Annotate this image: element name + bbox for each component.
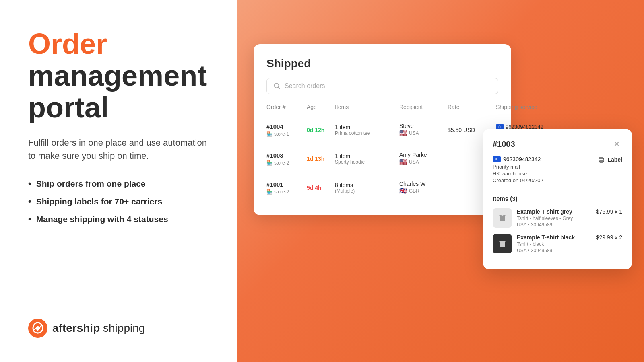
- store-icon: 🏪: [266, 189, 272, 195]
- age-cell: 5d 4h: [307, 184, 335, 191]
- items-section-title: Items (3): [493, 190, 622, 202]
- aftership-logo-icon: [28, 319, 47, 338]
- hero-title-line3: portal: [28, 91, 109, 123]
- items-cell: 8 items (Multiple): [335, 182, 399, 194]
- hero-description: Fulfill orders in one place and use auto…: [28, 136, 213, 162]
- flag-icon: 🇬🇧: [399, 187, 407, 195]
- search-icon: [273, 82, 281, 90]
- recipient-cell: Steve 🇺🇸 USA: [399, 123, 448, 137]
- store-icon: 🏪: [266, 160, 272, 166]
- left-content: Order management portal Fulfill orders i…: [28, 28, 213, 224]
- detail-panel: #1003 ✕ ✈ 962309482342 Priority mail HK …: [483, 129, 632, 269]
- items-cell: 1 item Sporty hoodie: [335, 153, 399, 165]
- detail-warehouse: HK warehouse: [493, 171, 546, 177]
- table-header: Order # Age Items Recipient Rate Shippin…: [266, 104, 498, 115]
- col-header-items: Items: [335, 104, 399, 110]
- svg-point-6: [603, 159, 604, 160]
- logo-area: aftership shipping: [28, 319, 213, 338]
- left-panel: Order management portal Fulfill orders i…: [0, 0, 237, 362]
- item-row: Example T-shirt grey Tshirt - half sleev…: [493, 208, 622, 228]
- hero-title: Order management portal: [28, 28, 213, 124]
- feature-item-3: Manage shipping with 4 statuses: [28, 214, 213, 224]
- col-header-shipping: Shipping service: [496, 104, 552, 110]
- order-id-cell: #1003 🏪 store-2: [266, 152, 307, 166]
- table-row[interactable]: #1004 🏪 store-1 0d 12h 1 item Prima cott…: [266, 115, 498, 144]
- age-cell: 0d 12h: [307, 126, 335, 134]
- items-cell: 1 item Prima cotton tee: [335, 124, 399, 136]
- age-cell: 1d 13h: [307, 155, 335, 162]
- hero-title-line1: Order: [28, 28, 107, 60]
- feature-list: Ship orders from one place Shipping labe…: [28, 179, 213, 224]
- svg-point-2: [275, 84, 279, 88]
- orders-card-title: Shipped: [266, 57, 498, 70]
- search-placeholder: Search orders: [285, 82, 325, 90]
- detail-created: Created on 04/20/2021: [493, 177, 546, 183]
- orders-table: Order # Age Items Recipient Rate Shippin…: [266, 104, 498, 202]
- close-button[interactable]: ✕: [611, 138, 622, 150]
- table-row[interactable]: #1001 🏪 store-2 5d 4h 8 items (Multiple)…: [266, 173, 498, 202]
- item-info: Example T-shirt black Tshirt - black USA…: [517, 234, 591, 253]
- detail-shipping-row: ✈ 962309482342 Priority mail HK warehous…: [493, 156, 622, 183]
- logo-text: aftership shipping: [52, 322, 145, 335]
- order-id-cell: #1004 🏪 store-1: [266, 123, 307, 137]
- carrier-icon: ✈: [493, 156, 501, 162]
- item-thumbnail-black: [493, 234, 512, 253]
- detail-tracking: ✈ 962309482342: [493, 156, 546, 162]
- item-thumbnail-grey: [493, 208, 512, 228]
- detail-mail-type: Priority mail: [493, 164, 546, 170]
- right-panel: Shipped Search orders Order # Age Items …: [237, 0, 644, 362]
- col-header-recipient: Recipient: [399, 104, 448, 110]
- detail-header: #1003 ✕: [493, 138, 622, 150]
- col-header-rate: Rate: [448, 104, 496, 110]
- detail-order-id: #1003: [493, 140, 515, 149]
- flag-icon: 🇺🇸: [399, 158, 407, 166]
- store-icon: 🏪: [266, 131, 272, 137]
- orders-card: Shipped Search orders Order # Age Items …: [254, 44, 511, 215]
- feature-item-1: Ship orders from one place: [28, 179, 213, 189]
- col-header-order: Order #: [266, 104, 307, 110]
- label-button[interactable]: Label: [598, 156, 622, 163]
- recipient-cell: Amy Parke 🇺🇸 USA: [399, 152, 448, 166]
- feature-item-2: Shipping labels for 70+ carriers: [28, 196, 213, 207]
- item-info: Example T-shirt grey Tshirt - half sleev…: [517, 208, 591, 228]
- recipient-cell: Charles W 🇬🇧 GBR: [399, 181, 448, 195]
- printer-icon: [598, 156, 605, 163]
- hero-title-line2: management: [28, 60, 207, 92]
- search-bar[interactable]: Search orders: [266, 78, 498, 94]
- table-row[interactable]: #1003 🏪 store-2 1d 13h 1 item Sporty hoo…: [266, 144, 498, 173]
- col-header-age: Age: [307, 104, 335, 110]
- flag-icon: 🇺🇸: [399, 129, 407, 137]
- order-id-cell: #1001 🏪 store-2: [266, 181, 307, 195]
- svg-line-3: [279, 88, 280, 89]
- item-row: Example T-shirt black Tshirt - black USA…: [493, 234, 622, 253]
- detail-shipping-info: ✈ 962309482342 Priority mail HK warehous…: [493, 156, 546, 183]
